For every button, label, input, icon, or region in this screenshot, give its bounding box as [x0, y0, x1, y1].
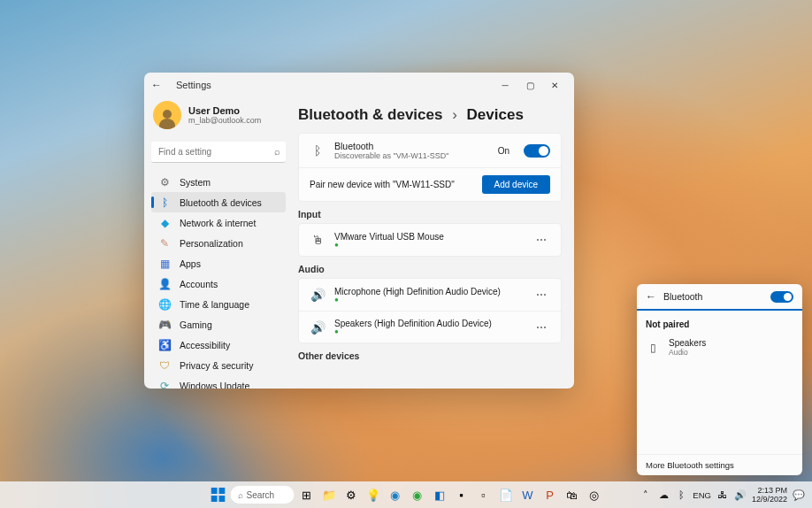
sidebar-item-privacy[interactable]: 🛡Privacy & security	[151, 355, 286, 375]
close-button[interactable]: ✕	[542, 76, 567, 94]
bluetooth-icon: ᛒ	[158, 196, 171, 209]
gaming-icon: 🎮	[158, 319, 171, 331]
accessibility-icon: ♿	[158, 339, 171, 351]
breadcrumb-current: Devices	[467, 106, 524, 123]
device-icon: ▯	[646, 341, 660, 355]
store-icon[interactable]: 🛍	[563, 485, 582, 504]
section-input: Input	[298, 209, 562, 219]
app-icon[interactable]: ◉	[408, 485, 427, 504]
more-button[interactable]: ⋯	[532, 319, 550, 335]
bt-device-item[interactable]: ▯ Speakers Audio	[646, 335, 793, 360]
section-other: Other devices	[298, 350, 562, 361]
sidebar-item-gaming[interactable]: 🎮Gaming	[151, 314, 286, 335]
status-dot-icon: ●	[334, 328, 524, 335]
more-button[interactable]: ⋯	[532, 287, 550, 303]
apps-icon: ▦	[158, 258, 171, 270]
svg-rect-3	[219, 496, 226, 502]
panel-back-button[interactable]: ←	[646, 290, 656, 303]
add-device-button[interactable]: Add device	[482, 175, 550, 194]
device-row[interactable]: 🔊 Speakers (High Definition Audio Device…	[299, 311, 561, 343]
bluetooth-quick-panel: ← Bluetooth Not paired ▯ Speakers Audio …	[637, 284, 802, 475]
title-bar: ← Settings ─ ▢ ✕	[144, 73, 574, 97]
more-bluetooth-settings[interactable]: More Bluetooth settings	[637, 454, 802, 475]
device-row[interactable]: 🔊 Microphone (High Definition Audio Devi…	[299, 279, 561, 311]
sidebar-item-time[interactable]: 🌐Time & language	[151, 294, 286, 314]
search-input[interactable]	[151, 142, 286, 163]
volume-icon[interactable]: 🔊	[734, 489, 747, 501]
task-view-button[interactable]: ⊞	[297, 485, 317, 504]
breadcrumb-parent[interactable]: Bluetooth & devices	[298, 106, 442, 123]
word-icon[interactable]: W	[518, 485, 538, 504]
status-dot-icon: ●	[334, 242, 524, 249]
sidebar: User Demo m_lab@outlook.com ⌕ ⚙SystemᛒBl…	[144, 97, 293, 389]
tips-icon[interactable]: 💡	[364, 485, 383, 504]
svg-rect-2	[211, 496, 218, 502]
file-explorer-icon[interactable]: 📁	[319, 485, 339, 504]
settings-window: ← Settings ─ ▢ ✕ User Demo m_lab@outlook…	[144, 73, 574, 389]
maximize-button[interactable]: ▢	[517, 76, 542, 94]
bluetooth-tray-icon[interactable]: ᛒ	[675, 489, 687, 501]
sidebar-item-label: Windows Update	[180, 381, 249, 389]
tray-chevron-icon[interactable]: ˄	[640, 489, 652, 501]
minimize-button[interactable]: ─	[493, 76, 517, 94]
edge-icon[interactable]: ◉	[386, 485, 405, 504]
notifications-icon[interactable]: 💬	[793, 489, 805, 501]
sidebar-item-bluetooth[interactable]: ᛒBluetooth & devices	[151, 192, 286, 212]
app-icon[interactable]: ▫	[474, 485, 494, 504]
speaker-icon: 🔊	[310, 287, 326, 303]
bluetooth-toggle[interactable]	[524, 144, 550, 158]
network-icon[interactable]: 🖧	[716, 489, 729, 501]
svg-rect-1	[219, 488, 226, 494]
sidebar-item-label: Gaming	[180, 319, 212, 330]
panel-bluetooth-toggle[interactable]	[770, 291, 793, 303]
notepad-icon[interactable]: 📄	[496, 485, 516, 504]
device-row[interactable]: 🖱 VMware Virtual USB Mouse ● ⋯	[299, 224, 561, 256]
device-name: VMware Virtual USB Mouse	[334, 232, 524, 242]
onedrive-icon[interactable]: ☁	[657, 489, 670, 501]
search-icon: ⌕	[238, 490, 243, 500]
sidebar-item-label: Privacy & security	[180, 360, 253, 371]
sidebar-item-accessibility[interactable]: ♿Accessibility	[151, 335, 286, 355]
update-icon: ⟳	[158, 380, 171, 389]
bluetooth-sub: Discoverable as "VM-W11-SSD"	[334, 151, 489, 160]
section-audio: Audio	[298, 264, 562, 274]
sidebar-item-update[interactable]: ⟳Windows Update	[151, 375, 286, 389]
network-icon: ◆	[158, 217, 171, 229]
taskbar-search[interactable]: ⌕ Search	[231, 486, 295, 504]
powerpoint-icon[interactable]: P	[540, 485, 560, 504]
settings-icon[interactable]: ⚙	[341, 485, 361, 504]
personalization-icon: ✎	[158, 237, 171, 250]
search-icon: ⌕	[274, 146, 280, 157]
bluetooth-icon: ᛒ	[310, 142, 326, 158]
sidebar-item-label: Personalization	[180, 238, 243, 249]
page-title: Bluetooth & devices › Devices	[298, 106, 562, 124]
avatar	[153, 101, 181, 129]
status-dot-icon: ●	[334, 296, 524, 304]
user-name: User Demo	[188, 105, 261, 116]
window-title: Settings	[176, 80, 493, 90]
sidebar-item-network[interactable]: ◆Network & internet	[151, 212, 286, 233]
chrome-icon[interactable]: ◎	[585, 485, 604, 504]
user-info[interactable]: User Demo m_lab@outlook.com	[151, 97, 286, 138]
app-icon[interactable]: ◧	[430, 485, 449, 504]
chevron-right-icon: ›	[452, 106, 457, 123]
more-button[interactable]: ⋯	[532, 232, 550, 248]
terminal-icon[interactable]: ▪	[452, 485, 471, 504]
toggle-state: On	[498, 146, 509, 156]
device-sub: Audio	[669, 348, 706, 357]
sidebar-item-personalization[interactable]: ✎Personalization	[151, 233, 286, 253]
panel-title: Bluetooth	[663, 291, 763, 302]
clock[interactable]: 2:13 PM 12/9/2022	[752, 486, 787, 504]
pair-text: Pair new device with "VM-W11-SSD"	[310, 180, 473, 189]
privacy-icon: 🛡	[158, 359, 171, 372]
bluetooth-toggle-card: ᛒ Bluetooth Discoverable as "VM-W11-SSD"…	[298, 133, 562, 202]
sidebar-item-label: Network & internet	[180, 218, 256, 228]
sidebar-item-apps[interactable]: ▦Apps	[151, 253, 286, 273]
device-name: Speakers (High Definition Audio Device)	[334, 319, 524, 328]
back-button[interactable]: ←	[151, 79, 169, 91]
taskbar: ⌕ Search ⊞ 📁 ⚙ 💡 ◉ ◉ ◧ ▪ ▫ 📄 W P 🛍 ◎ ˄ ☁…	[0, 481, 812, 508]
start-button[interactable]	[209, 485, 228, 504]
sidebar-item-system[interactable]: ⚙System	[151, 172, 286, 192]
sidebar-item-accounts[interactable]: 👤Accounts	[151, 273, 286, 294]
language-indicator[interactable]: ENG	[693, 490, 711, 500]
